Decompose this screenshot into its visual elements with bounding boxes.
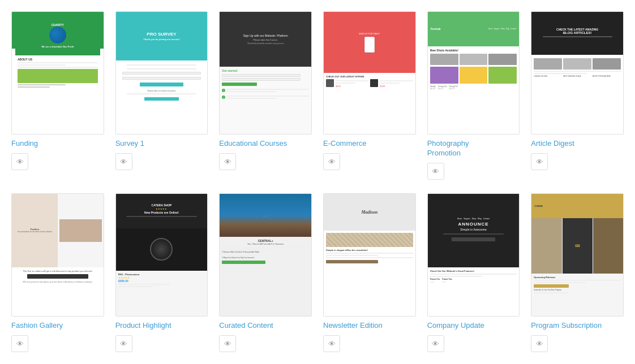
eye-icon: 👁 bbox=[224, 340, 231, 348]
thumb-company: Home Support Shop Blog Contact ANNOUNCE … bbox=[427, 193, 520, 317]
thumb-photography: Formak Home Support Shop Blog Contact Ne… bbox=[427, 11, 520, 135]
thumb-curated: ~ ~ ~ CENTRAL+ Yes, There's A Formula Fo… bbox=[219, 193, 312, 317]
card-title-survey1: Survey 1 bbox=[115, 139, 208, 149]
template-grid: CHARITY We are a charitable Non Profit A… bbox=[11, 11, 624, 352]
card-photography: Formak Home Support Shop Blog Contact Ne… bbox=[427, 11, 520, 180]
card-ecommerce: $499.00 FOR SALE! CHECK OUT OUR LATEST O… bbox=[323, 11, 416, 180]
eye-icon: 👁 bbox=[224, 158, 231, 166]
thumb-product: CATERA SHOP ★★★★★ New Products are Onlin… bbox=[115, 193, 208, 317]
thumb-fashion: Fashion Your destination for the latest … bbox=[11, 193, 104, 317]
card-title-educational: Educational Courses bbox=[219, 139, 312, 149]
card-title-newsletter: Newsletter Edition bbox=[323, 321, 416, 331]
card-title-funding: Funding bbox=[11, 139, 104, 149]
eye-icon: 👁 bbox=[328, 158, 336, 166]
thumb-article: CHECK THE LATEST AMAZING BLOG ARTICLES! … bbox=[531, 11, 624, 135]
preview-button-program[interactable]: 👁 bbox=[531, 335, 548, 352]
card-funding: CHARITY We are a charitable Non Profit A… bbox=[11, 11, 104, 180]
card-curated: ~ ~ ~ CENTRAL+ Yes, There's A Formula Fo… bbox=[219, 193, 312, 352]
preview-button-educational[interactable]: 👁 bbox=[219, 153, 236, 170]
preview-button-funding[interactable]: 👁 bbox=[11, 153, 28, 170]
thumb-newsletter: Madison Simple is elegant office-her new… bbox=[323, 193, 416, 317]
eye-icon: 👁 bbox=[120, 340, 127, 348]
card-educational: Sign Up with our Website / Platform Plea… bbox=[219, 11, 312, 180]
eye-icon: 👁 bbox=[536, 158, 543, 166]
card-title-ecommerce: E-Commerce bbox=[323, 139, 416, 149]
card-product: CATERA SHOP ★★★★★ New Products are Onlin… bbox=[115, 193, 208, 352]
preview-button-company[interactable]: 👁 bbox=[427, 335, 444, 352]
preview-button-ecommerce[interactable]: 👁 bbox=[323, 153, 340, 170]
eye-icon: 👁 bbox=[120, 158, 127, 166]
preview-button-fashion[interactable]: 👁 bbox=[11, 335, 28, 352]
eye-icon: 👁 bbox=[328, 340, 336, 348]
eye-icon: 👁 bbox=[432, 167, 439, 176]
thumb-survey1: PRO SURVEY Thank you for joining our ser… bbox=[115, 11, 208, 135]
thumb-ecommerce: $499.00 FOR SALE! CHECK OUT OUR LATEST O… bbox=[323, 11, 416, 135]
card-program: COBRA ⌨ Upcoming Releases Subscribe To J… bbox=[531, 193, 624, 352]
card-title-fashion: Fashion Gallery bbox=[11, 321, 104, 331]
card-title-curated: Curated Content bbox=[219, 321, 312, 331]
preview-button-curated[interactable]: 👁 bbox=[219, 335, 236, 352]
eye-icon: 👁 bbox=[16, 158, 24, 166]
thumb-funding: CHARITY We are a charitable Non Profit A… bbox=[11, 11, 104, 135]
eye-icon: 👁 bbox=[536, 340, 543, 348]
preview-button-article[interactable]: 👁 bbox=[531, 153, 548, 170]
preview-button-newsletter[interactable]: 👁 bbox=[323, 335, 340, 352]
card-fashion: Fashion Your destination for the latest … bbox=[11, 193, 104, 352]
preview-button-survey1[interactable]: 👁 bbox=[115, 153, 132, 170]
eye-icon: 👁 bbox=[432, 340, 439, 348]
preview-button-photography[interactable]: 👁 bbox=[427, 163, 444, 180]
thumb-program: COBRA ⌨ Upcoming Releases Subscribe To J… bbox=[531, 193, 624, 317]
card-newsletter: Madison Simple is elegant office-her new… bbox=[323, 193, 416, 352]
card-title-article: Article Digest bbox=[531, 139, 624, 149]
card-title-company: Company Update bbox=[427, 321, 520, 331]
card-title-program: Program Subscription bbox=[531, 321, 624, 331]
eye-icon: 👁 bbox=[16, 340, 24, 348]
preview-button-product[interactable]: 👁 bbox=[115, 335, 132, 352]
card-company: Home Support Shop Blog Contact ANNOUNCE … bbox=[427, 193, 520, 352]
thumb-educational: Sign Up with our Website / Platform Plea… bbox=[219, 11, 312, 135]
card-article: CHECK THE LATEST AMAZING BLOG ARTICLES! … bbox=[531, 11, 624, 180]
card-survey1: PRO SURVEY Thank you for joining our ser… bbox=[115, 11, 208, 180]
card-title-photography: Photography Promotion bbox=[427, 139, 520, 158]
card-title-product: Product Highlight bbox=[115, 321, 208, 331]
